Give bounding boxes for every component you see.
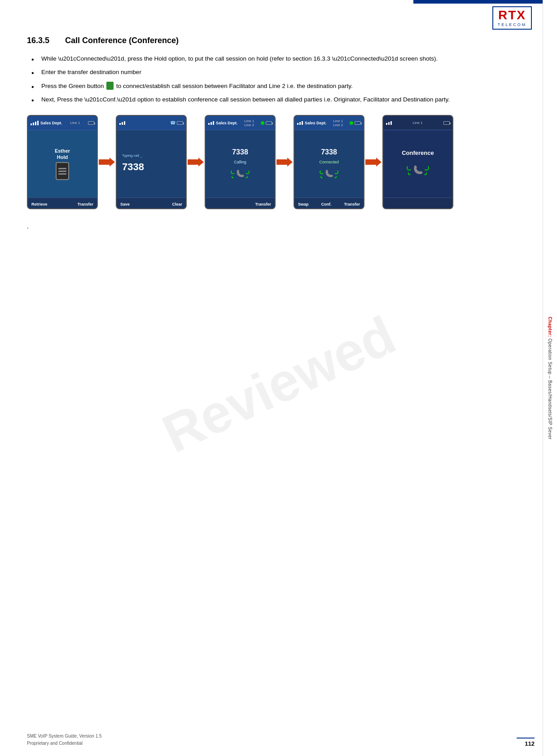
hold-line-2 — [58, 171, 66, 172]
phone5-icons — [443, 121, 450, 125]
wave-arc-left-small — [232, 176, 234, 178]
phone-wrapper-4: Sales Dept. Line 1 Line 2 7338 Connected — [294, 115, 364, 209]
phone4-body: 7338 Connected — [294, 130, 364, 198]
phone5-body: Conference — [383, 130, 452, 198]
hold-line-3 — [58, 173, 66, 175]
phone2-icons: ☎ — [170, 120, 183, 125]
phone4-line2: Line 2 — [333, 123, 343, 127]
arrow-4 — [364, 157, 382, 167]
phone4-conf: Conf. — [321, 202, 331, 207]
svg-marker-2 — [276, 158, 293, 167]
arrow-1 — [98, 157, 116, 167]
wave-arc-5-left-large — [407, 165, 412, 171]
phone-screen-5: Line 1 Conference — [382, 115, 453, 209]
phone4-header: Sales Dept. Line 1 Line 2 — [294, 116, 364, 130]
phone1-header: Sales Dept. Line 1 — [28, 116, 97, 130]
logo-box: RTX TELECOM — [492, 6, 532, 30]
signal-bars-3 — [208, 121, 214, 125]
bullet-1: While \u201cConnected\u201d, press the H… — [31, 54, 530, 63]
phone3-wave-icon — [231, 169, 250, 179]
bullet-2: Enter the transfer destination number — [31, 68, 530, 77]
rtx-logo: RTX — [498, 9, 526, 22]
phone2-save: Save — [120, 202, 130, 207]
phone2-number: 7338 — [122, 161, 144, 173]
wave-right-4 — [334, 170, 338, 178]
phone-screen-1: Sales Dept. Line 1 EstherHold — [27, 115, 98, 209]
phone2-clear: Clear — [172, 202, 182, 207]
phone-wrapper-3: Sales Dept. Line 1 Line 2 7338 Calling — [205, 115, 276, 209]
phone4-connected: Connected — [319, 160, 339, 164]
phone4-status-dot — [350, 121, 353, 125]
phone4-number: 7338 — [321, 148, 337, 156]
phone3-line1: Line 1 — [244, 119, 254, 123]
phone3-line2: Line 2 — [244, 123, 254, 127]
wave-left-5 — [407, 165, 412, 175]
handset-svg-4 — [324, 169, 334, 179]
bullet-list: While \u201cConnected\u201d, press the H… — [27, 54, 530, 104]
bar3 — [35, 122, 36, 125]
phone2-call-icon: ☎ — [170, 120, 175, 125]
phone2-typing: Typing call _ — [122, 154, 142, 158]
arrow-2-svg — [188, 157, 204, 167]
phone4-dept: Sales Dept. — [305, 121, 327, 125]
sidebar-text: Chapter: Operation Setup – Bases/Handset… — [548, 316, 553, 440]
phone-screen-4: Sales Dept. Line 1 Line 2 7338 Connected — [294, 115, 364, 209]
battery-icon-2 — [177, 121, 183, 125]
phone3-body: 7338 Calling — [206, 130, 275, 198]
svg-marker-0 — [99, 158, 115, 167]
logo-x: X — [517, 8, 526, 22]
footer-line1: SME VoIP System Guide, Version 1.5 — [27, 733, 102, 740]
wave-arc-4-right-small — [334, 176, 337, 178]
handset-svg-5 — [412, 164, 424, 176]
wave-left-4 — [320, 170, 324, 178]
wave-right-5 — [424, 165, 429, 175]
logo-telecom: TELECOM — [498, 22, 527, 27]
wave-arc-4-left-small — [320, 176, 323, 178]
phone3-transfer: Transfer — [255, 202, 271, 207]
bar4 — [37, 121, 39, 125]
phone1-contact: EstherHold — [55, 148, 70, 161]
phone4-transfer: Transfer — [344, 202, 360, 207]
phone1-footer: Retrieve Transfer — [28, 198, 97, 209]
phone4-footer: Swap Conf. Transfer — [294, 198, 364, 209]
arrow-1-svg — [99, 157, 115, 167]
chapter-label: Chapter: — [548, 316, 553, 337]
phone5-wave-icon — [407, 164, 429, 176]
phone3-footer: Transfer — [206, 198, 275, 209]
phone3-status-dot — [261, 121, 264, 125]
phone3-header: Sales Dept. Line 1 Line 2 — [206, 116, 275, 130]
logo-r: R — [498, 8, 508, 22]
phone5-header: Line 1 — [383, 116, 452, 130]
phone1-body: EstherHold — [28, 130, 97, 198]
signal-bars-5 — [386, 121, 392, 125]
phone-screen-3: Sales Dept. Line 1 Line 2 7338 Calling — [205, 115, 276, 209]
hold-icon — [56, 162, 69, 180]
handset-svg-3 — [235, 169, 245, 179]
battery-icon-3 — [266, 121, 272, 125]
phone-screen-2: ☎ Typing call _ 7338 Save Clear — [116, 115, 187, 209]
phone4-wave-icon — [320, 169, 338, 179]
arrow-3 — [276, 157, 294, 167]
bullet-4: Next, Press the \u201cConf.\u201d option… — [31, 95, 530, 104]
chapter-text: Operation Setup – Bases/Handsets/SIP Sev… — [548, 337, 553, 440]
battery-icon-5 — [443, 121, 450, 125]
phone2-header: ☎ — [117, 116, 186, 130]
footer-line2: Proprietary and Confidential — [27, 740, 102, 747]
section-heading: 16.3.5 Call Conference (Conference) — [27, 36, 530, 45]
phone4-swap: Swap — [298, 202, 309, 207]
phone1-line: Line 1 — [70, 121, 80, 125]
main-content: 16.3.5 Call Conference (Conference) Whil… — [27, 36, 530, 230]
sidebar-right: Chapter: Operation Setup – Bases/Handset… — [543, 0, 557, 756]
signal-bars-2 — [119, 121, 125, 125]
wave-arc-5-right-large — [424, 165, 429, 171]
footer-page-number: 112 — [517, 738, 535, 747]
phone5-line: Line 1 — [413, 121, 423, 125]
bullet-3: Press the Green button to connect/establ… — [31, 82, 530, 91]
section-number: 16.3.5 — [27, 36, 49, 45]
wave-arc-left-large — [231, 170, 235, 174]
watermark: Reviewed — [153, 303, 404, 465]
signal-bars-1 — [31, 121, 39, 125]
phone2-footer: Save Clear — [117, 198, 186, 209]
wave-arc-5-right-small — [424, 172, 427, 175]
period-dot: . — [27, 223, 530, 230]
